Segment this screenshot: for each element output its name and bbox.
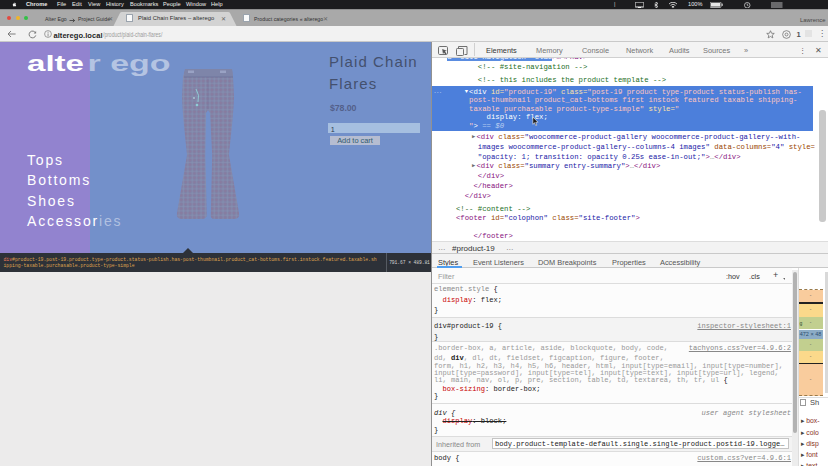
svg-text:r ego: r ego (88, 55, 171, 76)
svg-text:alte: alte (27, 55, 84, 76)
